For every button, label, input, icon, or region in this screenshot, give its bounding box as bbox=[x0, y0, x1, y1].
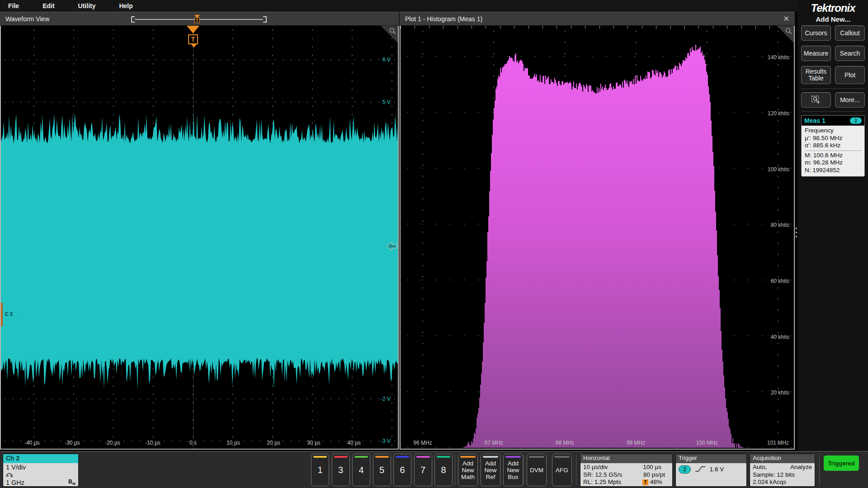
waveform-x-tick: -20 µs bbox=[105, 440, 120, 446]
channel-buttons: 1345678 bbox=[311, 454, 453, 486]
waveform-y-tick: -3 V bbox=[381, 438, 391, 444]
histogram-plot-area[interactable]: 140 khits120 khits100 khits80 khits60 kh… bbox=[400, 26, 795, 450]
channel-color-stripe bbox=[313, 456, 327, 458]
channel-1-button[interactable]: 1 bbox=[311, 454, 329, 486]
histogram-y-tick: 20 khits bbox=[771, 389, 789, 396]
nav-trigger-marker[interactable]: T bbox=[194, 15, 200, 23]
horizontal-card[interactable]: Horizontal 10 µs/div 100 µs SR: 12.5 GS/… bbox=[580, 454, 673, 487]
channel-3-button[interactable]: 3 bbox=[332, 454, 350, 486]
button-label: Add New Math bbox=[459, 460, 477, 480]
waveform-x-tick: 10 µs bbox=[226, 440, 240, 446]
waveform-y-tick: -2 V bbox=[381, 396, 391, 402]
add-cursors-button[interactable]: Cursors bbox=[801, 25, 831, 41]
channel-4-button[interactable]: 4 bbox=[352, 454, 370, 486]
zoom-select-button[interactable] bbox=[801, 92, 831, 108]
horizontal-scale: 10 µs/div bbox=[583, 464, 608, 471]
acquisition-card[interactable]: Acquisition Auto, Analyze Sample: 12 bit… bbox=[750, 454, 815, 487]
close-icon[interactable]: ✕ bbox=[783, 14, 789, 23]
trigger-level: 1.6 V bbox=[710, 466, 724, 473]
channel-8-button[interactable]: 8 bbox=[434, 454, 453, 486]
splitter-grip-icon bbox=[796, 228, 797, 239]
afg-button[interactable]: AFG bbox=[552, 454, 572, 486]
add-search-button[interactable]: Search bbox=[835, 46, 865, 61]
add-new-math-button[interactable]: Add New Math bbox=[458, 454, 478, 486]
meas1-min: m: 96.28 MHz bbox=[805, 159, 861, 167]
menu-edit[interactable]: Edit bbox=[42, 2, 54, 9]
histogram-y-tick: 60 khits bbox=[771, 278, 789, 284]
menu-help[interactable]: Help bbox=[119, 2, 132, 9]
histogram-x-tick: 97 MHz bbox=[485, 440, 503, 446]
horizontal-window: 100 µs bbox=[643, 464, 661, 471]
menu-file[interactable]: File bbox=[8, 2, 19, 9]
trigger-card[interactable]: Trigger 2 1.6 V bbox=[675, 454, 747, 487]
channel-5-button[interactable]: 5 bbox=[373, 454, 391, 486]
rising-edge-icon bbox=[694, 465, 706, 473]
add-plot-button[interactable]: Plot bbox=[835, 66, 865, 84]
waveform-x-tick: -10 µs bbox=[145, 440, 160, 446]
acquisition-count: 2.024 kAcqs bbox=[753, 479, 812, 486]
magnifier-icon bbox=[389, 27, 396, 35]
waveform-y-tick: 6 V bbox=[382, 56, 391, 63]
channel-button-label: 4 bbox=[359, 465, 363, 475]
trigger-position-icon: T bbox=[642, 479, 648, 485]
add-results-table-button[interactable]: Results Table bbox=[801, 66, 831, 84]
zoom-select-icon bbox=[811, 95, 821, 104]
add-measure-button[interactable]: Measure bbox=[801, 46, 831, 61]
sidebar-separator bbox=[801, 89, 865, 89]
add-new-bus-button[interactable]: Add New Bus bbox=[503, 454, 523, 486]
histogram-y-tick: 100 khits bbox=[768, 166, 789, 173]
right-sidebar: Tektronix Add New... Cursors Callout Mea… bbox=[798, 0, 868, 488]
channel-button-label: 5 bbox=[379, 465, 384, 475]
dvm-button[interactable]: DVM bbox=[527, 454, 547, 486]
sample-rate: SR: 12.5 GS/s bbox=[583, 471, 622, 479]
channel-color-stripe bbox=[396, 456, 409, 458]
button-label: DVM bbox=[528, 467, 546, 474]
channel-6-button[interactable]: 6 bbox=[393, 454, 411, 486]
channel2-level-sliver bbox=[1, 303, 3, 326]
menu-utility[interactable]: Utility bbox=[78, 2, 96, 9]
meas1-card[interactable]: Meas 1 2 Frequency µ': 98.50 MHz σ': 885… bbox=[801, 115, 865, 177]
meas1-name: Frequency bbox=[805, 127, 861, 135]
trigger-level-arrow-icon[interactable] bbox=[386, 242, 397, 251]
histogram-header[interactable]: Plot 1 - Histogram (Meas 1) ✕ bbox=[400, 12, 795, 26]
channel-color-stripe bbox=[437, 456, 450, 458]
channel2-scale: 1 V/div bbox=[6, 464, 75, 471]
add-callout-button[interactable]: Callout bbox=[835, 25, 865, 41]
waveform-view-header[interactable]: Waveform View T bbox=[0, 12, 399, 26]
button-color-stripe bbox=[529, 456, 544, 458]
waveform-view-panel: Waveform View T 6 V5 V3 V2 V1 V0 V-2 V-3… bbox=[0, 12, 399, 451]
waveform-x-tick: -40 µs bbox=[24, 440, 40, 446]
waveform-x-tick: 30 µs bbox=[307, 440, 321, 446]
record-length: RL: 1.25 Mpts bbox=[583, 479, 621, 486]
separator bbox=[524, 455, 524, 485]
bottom-bar: Ch 2 1 V/div 1 GHz Bw 1345678 Add New Ma… bbox=[0, 451, 868, 488]
button-label: Add New Ref bbox=[481, 460, 500, 480]
waveform-y-tick: 5 V bbox=[382, 99, 391, 105]
add-new-ref-button[interactable]: Add New Ref bbox=[481, 454, 500, 486]
horizontal-position-strip[interactable]: T bbox=[131, 16, 267, 23]
bandwidth-limit-icon: Bw bbox=[68, 478, 75, 487]
utility-buttons: DVMAFG bbox=[527, 454, 572, 486]
meas1-card-body: Frequency µ': 98.50 MHz σ': 885.6 kHz M:… bbox=[802, 126, 864, 176]
channel-button-label: 8 bbox=[441, 465, 446, 475]
histogram-x-tick: 96 MHz bbox=[413, 440, 432, 446]
more-button[interactable]: More... bbox=[835, 92, 865, 108]
meas1-stddev: σ': 885.6 kHz bbox=[805, 142, 861, 150]
trigger-marker-t-icon[interactable]: T bbox=[188, 34, 198, 44]
sidebar-separator bbox=[801, 111, 865, 112]
channel2-badge-card[interactable]: Ch 2 1 V/div 1 GHz Bw bbox=[3, 454, 79, 487]
trigger-marker-triangle-icon[interactable] bbox=[187, 26, 199, 33]
frequency-histogram-shape bbox=[401, 26, 794, 448]
channel-button-label: 3 bbox=[338, 465, 343, 475]
channel-button-label: 7 bbox=[420, 465, 425, 475]
channel-7-button[interactable]: 7 bbox=[414, 454, 432, 486]
separator bbox=[576, 455, 576, 485]
waveform-y-tick: 2 V bbox=[382, 226, 391, 232]
horizontal-card-title: Horizontal bbox=[580, 454, 672, 463]
waveform-y-tick: 0 V bbox=[382, 311, 391, 317]
panel-splitter[interactable] bbox=[795, 12, 798, 451]
histogram-y-tick: 80 khits bbox=[771, 222, 789, 228]
waveform-plot-area[interactable]: 6 V5 V3 V2 V1 V0 V-2 V-3 V -40 µs-30 µs-… bbox=[0, 26, 399, 450]
channel-button-label: 1 bbox=[317, 465, 322, 475]
tektronix-logo: Tektronix bbox=[798, 2, 868, 14]
